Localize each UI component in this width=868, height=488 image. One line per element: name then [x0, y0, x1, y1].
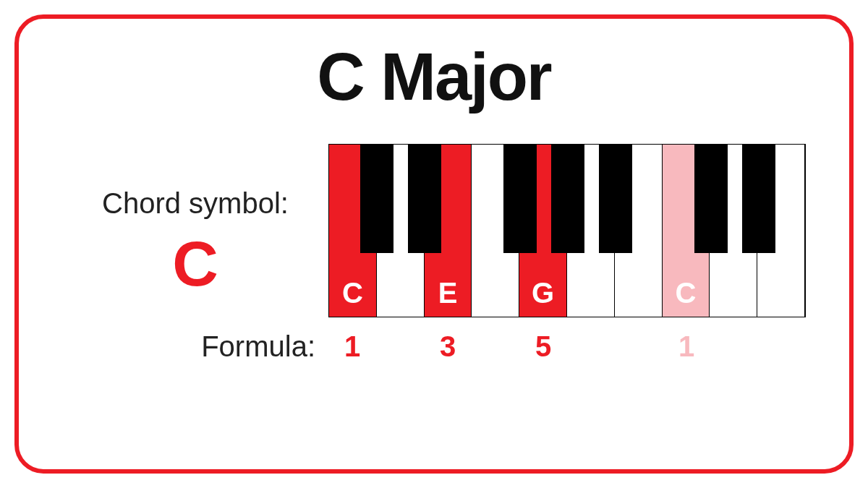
white-key-d-1 — [377, 145, 425, 317]
chord-symbol-value: C — [69, 227, 321, 301]
formula-cells: 1351 — [328, 330, 806, 363]
formula-row: Formula: 1351 — [328, 330, 806, 363]
formula-degree — [376, 330, 424, 363]
chord-card: C Major Chord symbol: C CEGC Formula: 13… — [14, 14, 854, 474]
formula-degree — [758, 330, 806, 363]
white-key-g-4: G — [519, 145, 567, 317]
white-key-c-7: C — [663, 145, 710, 317]
formula-degree: 5 — [519, 330, 567, 363]
white-key-a-5 — [567, 145, 615, 317]
key-label: G — [532, 277, 554, 309]
content-row: Chord symbol: C CEGC Formula: 1351 — [19, 144, 849, 363]
formula-degree: 3 — [424, 330, 472, 363]
chord-title: C Major — [19, 39, 849, 115]
white-key-d-8 — [710, 145, 757, 317]
formula-degree — [472, 330, 519, 363]
piano-keyboard: CEGC — [328, 144, 806, 317]
key-label: E — [438, 277, 458, 309]
white-key-e-2: E — [425, 145, 472, 317]
white-key-b-6 — [615, 145, 663, 317]
formula-degree — [615, 330, 663, 363]
formula-degree — [710, 330, 758, 363]
formula-label: Formula: — [180, 330, 328, 363]
white-key-f-3 — [472, 145, 519, 317]
key-label: C — [342, 277, 363, 309]
key-label: C — [676, 277, 697, 309]
formula-degree: 1 — [328, 330, 376, 363]
formula-degree — [567, 330, 615, 363]
white-key-c-0: C — [329, 145, 377, 317]
formula-degree: 1 — [663, 330, 710, 363]
white-key-e-9 — [757, 145, 805, 317]
chord-symbol-block: Chord symbol: C — [69, 144, 321, 301]
keyboard-block: CEGC Formula: 1351 — [321, 144, 806, 363]
chord-symbol-label: Chord symbol: — [69, 187, 321, 220]
